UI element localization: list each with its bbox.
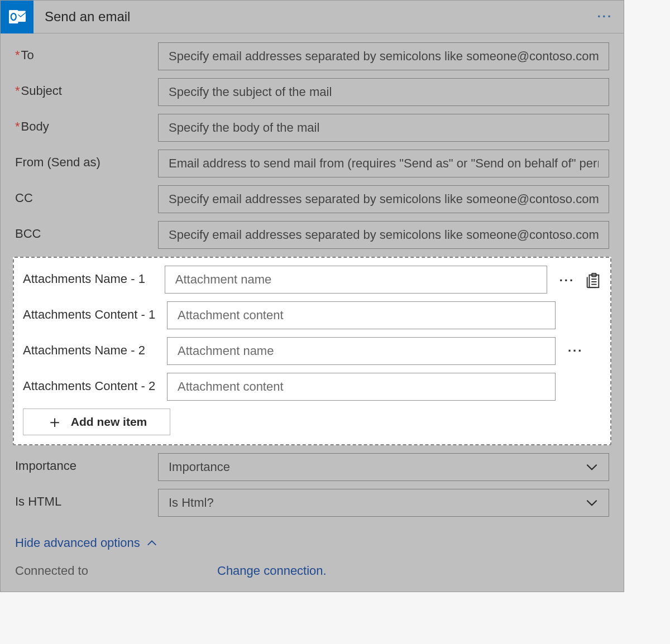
- field-row-subject: *Subject: [15, 78, 609, 106]
- attachments-group: Attachments Name - 1 ···: [13, 257, 611, 445]
- from-input[interactable]: [158, 150, 609, 177]
- body-input[interactable]: [158, 114, 609, 142]
- field-label-is-html: Is HTML: [15, 489, 158, 509]
- svg-rect-1: [9, 10, 18, 23]
- attachment-content-label-1: Attachments Content - 1: [23, 301, 167, 323]
- field-row-from: From (Send as): [15, 150, 609, 177]
- cc-input[interactable]: [158, 185, 609, 213]
- field-label-bcc: BCC: [15, 221, 158, 241]
- card-body: *To *Subject *Body From (Send as) CC BCC: [1, 33, 624, 592]
- attachment-name-label-1: Attachments Name - 1: [23, 266, 165, 287]
- attachment-content-label-2: Attachments Content - 2: [23, 373, 167, 394]
- field-label-from: From (Send as): [15, 150, 158, 170]
- attachment-ellipsis-icon-1[interactable]: ···: [559, 273, 575, 288]
- importance-select[interactable]: Importance: [158, 453, 609, 481]
- subject-input[interactable]: [158, 78, 609, 106]
- connection-footer: Connected to Change connection.: [15, 564, 609, 578]
- field-row-bcc: BCC: [15, 221, 609, 249]
- add-attachment-label: Add new item: [71, 415, 147, 429]
- attachment-name-input-1[interactable]: [165, 266, 547, 294]
- field-label-importance: Importance: [15, 453, 158, 473]
- card-header-actions: ···: [595, 7, 624, 26]
- is-html-select[interactable]: Is Html?: [158, 489, 609, 517]
- field-label-to: *To: [15, 42, 158, 63]
- field-label-subject: *Subject: [15, 78, 158, 98]
- hide-advanced-toggle[interactable]: Hide advanced options: [15, 536, 158, 550]
- field-label-body: *Body: [15, 114, 158, 134]
- to-input[interactable]: [158, 42, 609, 70]
- importance-select-value: Importance: [169, 460, 230, 474]
- plus-icon: ＋: [46, 414, 63, 430]
- attachment-content-row-1: Attachments Content - 1: [23, 301, 601, 329]
- field-row-cc: CC: [15, 185, 609, 213]
- card-header: Send an email ···: [1, 1, 624, 33]
- chevron-up-icon: [146, 537, 158, 549]
- action-card: Send an email ··· *To *Subject *Body Fro…: [0, 0, 624, 592]
- change-connection-link[interactable]: Change connection.: [217, 564, 327, 578]
- hide-advanced-label: Hide advanced options: [15, 536, 140, 550]
- attachment-actions-1: ···: [547, 266, 601, 289]
- field-label-cc: CC: [15, 185, 158, 205]
- attachment-token-picker-icon[interactable]: [585, 272, 601, 289]
- attachment-content-input-1[interactable]: [167, 301, 556, 329]
- attachment-name-row-2: Attachments Name - 2 ···: [23, 337, 601, 365]
- attachment-name-label-2: Attachments Name - 2: [23, 337, 167, 358]
- card-title: Send an email: [34, 9, 595, 25]
- field-row-to: *To: [15, 42, 609, 70]
- add-attachment-button[interactable]: ＋ Add new item: [23, 408, 170, 435]
- attachment-content-row-2: Attachments Content - 2: [23, 373, 601, 401]
- attachment-name-input-2[interactable]: [167, 337, 556, 365]
- attachment-name-row-1: Attachments Name - 1 ···: [23, 266, 601, 294]
- attachment-content-input-2[interactable]: [167, 373, 556, 401]
- card-menu-ellipsis-icon[interactable]: ···: [595, 7, 615, 26]
- field-row-body: *Body: [15, 114, 609, 142]
- is-html-select-value: Is Html?: [169, 496, 214, 510]
- outlook-icon: [1, 1, 34, 33]
- attachment-ellipsis-icon-2[interactable]: ···: [568, 344, 583, 358]
- field-row-importance: Importance Importance: [15, 453, 609, 481]
- attachment-actions-2: ···: [556, 337, 583, 358]
- field-row-is-html: Is HTML Is Html?: [15, 489, 609, 517]
- bcc-input[interactable]: [158, 221, 609, 249]
- connected-to-label: Connected to: [15, 564, 217, 578]
